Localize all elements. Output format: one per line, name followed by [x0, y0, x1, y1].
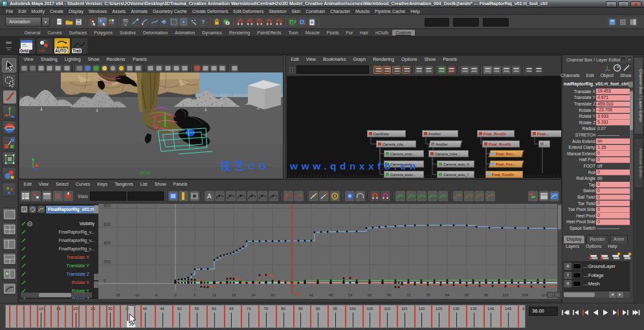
channel-value-field[interactable]: 3.933: [596, 114, 630, 120]
outputs-from-selected-icon[interactable]: [298, 17, 307, 27]
hypergraph-menu-bookmarks[interactable]: Bookmarks: [319, 57, 349, 62]
ge-retime-tool-icon[interactable]: [355, 191, 365, 201]
ge-tangent-linear-icon[interactable]: [236, 191, 246, 201]
grid-icon[interactable]: [618, 17, 628, 27]
single-pane-layout[interactable]: [2, 208, 16, 221]
menu-pipeline-cache[interactable]: Pipeline Cache: [372, 9, 408, 14]
highlight-selection-icon[interactable]: [222, 17, 231, 27]
channelbox-popout-icon[interactable]: ⧉: [627, 56, 632, 62]
hg-add-bookmark-icon[interactable]: [438, 66, 446, 74]
move-tool[interactable]: [2, 105, 16, 119]
ge-tangent-plateau-icon[interactable]: [269, 191, 278, 201]
graph-menu-panels[interactable]: Panels: [170, 182, 191, 187]
mask-rendering-icon[interactable]: [189, 17, 198, 27]
shelf-item-grid[interactable]: Grid: [19, 38, 35, 54]
minimize-button[interactable]: ─: [606, 1, 617, 7]
shelf-tab-hair[interactable]: Hair: [357, 30, 372, 36]
menu-animate[interactable]: Animate: [128, 9, 150, 14]
playback-step-forward-frame-button[interactable]: [621, 308, 630, 317]
shelf-tab-curves[interactable]: Curves: [44, 30, 65, 36]
hypershade-layout[interactable]: [2, 267, 16, 280]
mask-joints-icon[interactable]: [140, 17, 150, 27]
channelbox-dock-icon[interactable]: ⌂: [620, 56, 626, 62]
shelf-tab-subdivs[interactable]: Subdivs: [117, 30, 140, 36]
channel-value-field[interactable]: 0: [596, 195, 630, 201]
shelf-tab-custom[interactable]: Custom: [392, 30, 415, 36]
layer-color-swatch[interactable]: [573, 281, 581, 287]
inputs-to-selected-icon[interactable]: [288, 17, 297, 27]
menu-assets[interactable]: Assets: [109, 9, 128, 14]
snap-to-curves-icon[interactable]: [245, 17, 254, 27]
layer-scroll-left[interactable]: ◄: [609, 292, 616, 298]
viewport-menu-shading[interactable]: Shading: [37, 57, 61, 62]
mask-handles-icon[interactable]: [131, 17, 140, 27]
ge-lattice-icon[interactable]: [330, 191, 340, 201]
layer-hscroll-thumb[interactable]: [564, 292, 595, 297]
xyz-manipulator-icon[interactable]: [603, 64, 612, 72]
shelf-tab-animation[interactable]: Animation: [172, 30, 199, 36]
hg-dependency-icon[interactable]: [402, 66, 410, 74]
channelbox-object-name[interactable]: FinalRaptorRig_v01:rt_foot_ctrl: [564, 82, 628, 88]
soft-modification-tool[interactable]: [2, 167, 16, 181]
hypergraph-node-b2[interactable]: Another: [428, 140, 463, 148]
hypergraph-node-b4[interactable]: Camera_auto_6: [437, 160, 474, 168]
menu-create[interactable]: Create: [47, 9, 66, 14]
channel-value-field[interactable]: 4.671: [596, 95, 630, 101]
hypergraph-menu-rendering[interactable]: Rendering: [370, 57, 398, 62]
ge-tangent-flat-icon[interactable]: [247, 191, 257, 201]
hypergraph-node-c1[interactable]: Final_RootGr: [477, 130, 515, 137]
ge-outliner-hscroll[interactable]: [21, 292, 92, 298]
playback-step-back-frame-button[interactable]: [571, 308, 580, 317]
channel-value-field[interactable]: on: [596, 138, 630, 144]
channel-value-field[interactable]: 0: [596, 213, 630, 219]
lighting-icon[interactable]: [101, 65, 109, 72]
ge-selected-keys-icon[interactable]: [53, 191, 63, 201]
hypergraph-node-a1[interactable]: CamData: [367, 130, 406, 137]
layer-display-type[interactable]: R: [564, 280, 572, 287]
menu-character[interactable]: Character: [328, 9, 353, 14]
graph-menu-show[interactable]: Show: [151, 182, 170, 187]
shelf-tab-toon[interactable]: Toon: [285, 30, 302, 36]
ge-outliner-vscroll-thumb[interactable]: [94, 205, 98, 214]
scale-tool[interactable]: [2, 136, 16, 150]
layer-display-type[interactable]: T: [564, 272, 572, 279]
ge-outliner-hscroll-thumb[interactable]: [39, 293, 71, 297]
four-pane-layout[interactable]: [2, 223, 16, 236]
menu-create-deformers[interactable]: Create Deformers: [190, 9, 231, 14]
shelf-item-auto[interactable]: AUTOAUTO: [54, 38, 70, 54]
graph-editor-outliner[interactable]: 1FinalRaptorRig_v01:rt_foot_ctrlVisibili…: [19, 204, 98, 299]
menu-help[interactable]: Help: [408, 9, 422, 14]
channel-value-field[interactable]: 0: [596, 201, 630, 206]
layer-tab-render[interactable]: Render: [586, 235, 608, 243]
channel-value-field[interactable]: 0: [596, 188, 630, 194]
time-slider[interactable]: 5101520253035404550556065707580859095100…: [5, 305, 526, 328]
hypergraph-menu-options[interactable]: Options: [397, 57, 420, 62]
snap-to-points-icon[interactable]: [255, 17, 264, 27]
current-time-field[interactable]: 36.00: [529, 307, 558, 316]
hypergraph-menu-view[interactable]: View: [302, 57, 319, 62]
hg-show-dots-icon[interactable]: [525, 66, 533, 74]
ge-tangent-clamped-icon[interactable]: [226, 191, 236, 201]
hypergraph-search-field[interactable]: [296, 65, 369, 74]
maximize-button[interactable]: □: [618, 1, 629, 7]
menu-file[interactable]: File: [3, 9, 16, 14]
sidebar-tab-channel-box-layer-editor[interactable]: Channel Box / Layer Editor: [634, 57, 643, 135]
ge-insert-key-icon[interactable]: [309, 191, 318, 201]
hypergraph-node-c5[interactable]: Final_FootGr: [485, 171, 523, 178]
channelbox-menu-show[interactable]: Show: [617, 73, 635, 80]
menu-skin[interactable]: Skin: [289, 9, 304, 14]
ge-outliner-row-finalraptorrig-v-[interactable]: FinalRaptorRig_v...: [19, 236, 98, 245]
rotate-tool[interactable]: [2, 120, 16, 135]
menu-constrain[interactable]: Constrain: [303, 9, 328, 14]
hypergraph-menu-graph[interactable]: Graph: [350, 57, 370, 62]
playback-step-forward-key-button[interactable]: [611, 308, 620, 317]
menu-modify[interactable]: Modify: [28, 9, 47, 14]
mask-all-icon[interactable]: [121, 17, 130, 27]
last-used-tool[interactable]: [2, 182, 16, 197]
shelf-tab-general[interactable]: General: [21, 30, 44, 36]
ge-refresh-icon[interactable]: [29, 206, 36, 213]
snap-to-grids-icon[interactable]: [236, 17, 245, 27]
shaded-mode-icon[interactable]: [83, 65, 91, 72]
playback-go-to-end-button[interactable]: [631, 308, 640, 317]
ge-open-dope-icon[interactable]: [539, 191, 549, 201]
